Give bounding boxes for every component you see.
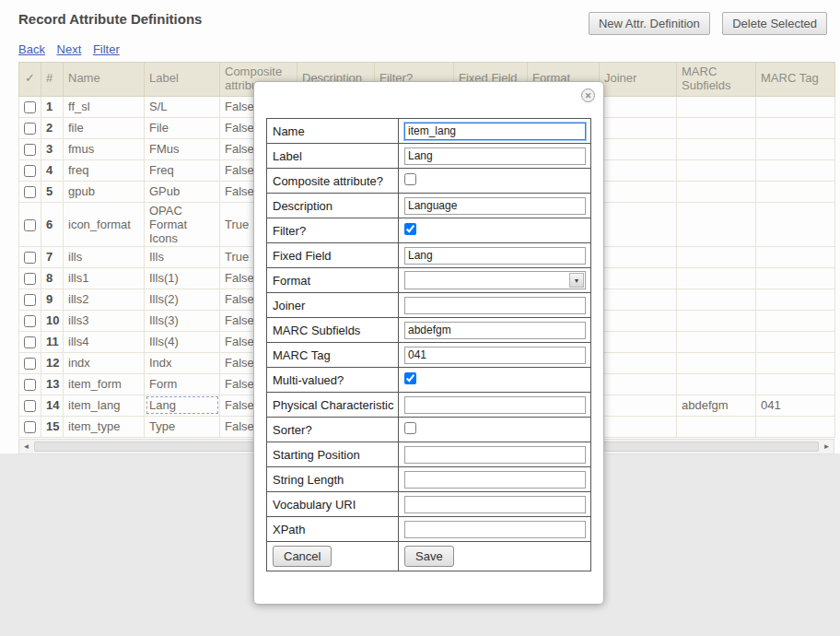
dialog-row-multi-valued: Multi-valued? — [267, 368, 591, 393]
dialog-value-cell-string-length — [399, 467, 591, 492]
row-checkbox[interactable] — [24, 379, 36, 391]
next-link[interactable]: Next — [57, 42, 82, 56]
row-name: item_lang — [64, 395, 145, 416]
row-checkbox[interactable] — [24, 123, 36, 135]
label-input[interactable] — [404, 147, 586, 165]
vocabulary-uri-input[interactable] — [404, 496, 586, 513]
dialog-row-fixed-field: Fixed Field — [267, 243, 591, 268]
row-name: item_form — [64, 373, 145, 395]
scroll-right-icon[interactable]: ► — [820, 442, 834, 451]
row-marc-tag — [756, 352, 835, 373]
filter-checkbox[interactable] — [404, 223, 416, 235]
dialog-label-fixed-field: Fixed Field — [267, 243, 399, 268]
row-marc-tag — [756, 181, 835, 202]
multi-valued-checkbox[interactable] — [404, 372, 416, 384]
dialog-label-sorter: Sorter? — [267, 418, 399, 442]
dialog-row-xpath: XPath — [267, 517, 591, 542]
row-name: ills1 — [64, 267, 145, 289]
dialog-label-vocabulary-uri: Vocabulary URI — [267, 492, 399, 517]
row-number: 14 — [41, 395, 64, 416]
description-input[interactable] — [404, 197, 586, 215]
row-checkbox[interactable] — [24, 219, 36, 231]
row-checkbox[interactable] — [24, 358, 36, 370]
row-marc-tag — [756, 416, 835, 437]
row-joiner — [600, 138, 677, 159]
fixed-field-input[interactable] — [404, 247, 586, 265]
row-marc-subfields — [677, 289, 756, 310]
close-icon[interactable]: ✕ — [581, 88, 595, 102]
row-checkbox[interactable] — [24, 315, 36, 327]
dialog-label-name: Name — [267, 119, 399, 144]
row-joiner — [600, 310, 677, 331]
column-header-label: Label — [145, 63, 220, 97]
row-number: 4 — [41, 159, 64, 181]
row-number: 9 — [41, 289, 64, 310]
physical-characteristic-input[interactable] — [404, 396, 586, 414]
row-number: 8 — [41, 267, 64, 289]
row-marc-tag — [756, 246, 835, 267]
dialog-value-cell-fixed-field — [399, 243, 591, 268]
row-marc-tag — [756, 331, 835, 352]
row-checkbox-cell — [19, 395, 41, 416]
row-number: 5 — [41, 181, 64, 202]
row-name: ills4 — [64, 331, 145, 352]
delete-selected-button[interactable]: Delete Selected — [722, 12, 827, 35]
row-marc-subfields — [677, 96, 756, 117]
row-checkbox-cell — [19, 117, 41, 138]
marc-tag-input[interactable] — [404, 347, 586, 364]
row-name: file — [64, 117, 145, 138]
row-checkbox[interactable] — [24, 273, 36, 285]
row-checkbox[interactable] — [24, 336, 36, 348]
row-joiner — [600, 373, 677, 395]
row-checkbox[interactable] — [24, 294, 36, 306]
dialog-row-sorter: Sorter? — [267, 418, 591, 442]
string-length-input[interactable] — [404, 471, 586, 489]
column-header-select-all: ✓ — [19, 63, 41, 97]
row-name: freq — [64, 159, 145, 181]
row-checkbox-cell — [19, 181, 41, 202]
top-bar: Record Attribute Definitions New Attr. D… — [0, 0, 840, 35]
row-checkbox[interactable] — [24, 421, 36, 433]
row-checkbox-cell — [19, 373, 41, 395]
sorter-checkbox[interactable] — [404, 422, 416, 434]
dialog-value-cell-name — [399, 119, 591, 144]
cancel-button[interactable]: Cancel — [273, 546, 332, 567]
save-button[interactable]: Save — [404, 546, 454, 567]
dialog-label-xpath: XPath — [267, 517, 399, 542]
row-checkbox[interactable] — [24, 101, 36, 113]
filter-link[interactable]: Filter — [93, 42, 120, 56]
row-number: 1 — [41, 96, 64, 117]
column-header-name: Name — [64, 63, 145, 97]
row-checkbox[interactable] — [24, 400, 36, 412]
dialog-label-filter: Filter? — [267, 218, 399, 243]
xpath-input[interactable] — [404, 521, 586, 538]
joiner-input[interactable] — [404, 297, 586, 314]
row-checkbox[interactable] — [24, 144, 36, 156]
dialog-label-marc-tag: MARC Tag — [267, 343, 399, 368]
row-number: 3 — [41, 138, 64, 159]
chevron-down-icon[interactable]: ▼ — [569, 273, 584, 288]
row-checkbox[interactable] — [24, 186, 36, 198]
dialog-value-cell-composite-attribute — [399, 169, 591, 194]
row-joiner — [600, 289, 677, 310]
dialog-label-starting-position: Starting Position — [267, 442, 399, 467]
name-input[interactable] — [404, 123, 586, 140]
dialog-label-composite-attribute: Composite attribute? — [267, 169, 399, 194]
dialog-value-cell-filter — [399, 218, 591, 243]
scroll-left-icon[interactable]: ◄ — [19, 442, 33, 451]
format-select[interactable]: ▼ — [404, 271, 586, 289]
row-checkbox[interactable] — [24, 252, 36, 264]
dialog-label-marc-subfields: MARC Subfields — [267, 318, 399, 343]
row-checkbox[interactable] — [24, 165, 36, 177]
row-label: File — [145, 117, 220, 138]
row-marc-subfields — [677, 202, 756, 246]
dialog-value-cell-format: ▼ — [399, 268, 591, 293]
row-label: OPAC Format Icons — [145, 202, 220, 246]
composite-attribute-checkbox[interactable] — [404, 173, 416, 185]
starting-position-input[interactable] — [404, 446, 586, 464]
new-attr-definition-button[interactable]: New Attr. Definition — [589, 12, 710, 35]
marc-subfields-input[interactable] — [404, 322, 586, 339]
row-checkbox-cell — [19, 138, 41, 159]
back-link[interactable]: Back — [18, 42, 45, 56]
pagination-links: Back Next Filter — [0, 35, 840, 60]
